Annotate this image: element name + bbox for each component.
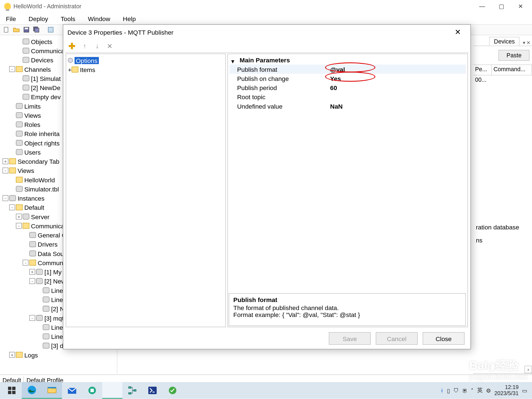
toolbar-extra-icon[interactable]: [46, 25, 55, 34]
save-all-icon[interactable]: [32, 25, 41, 34]
property-row[interactable]: Publish on changeYes: [229, 74, 466, 83]
tray-icon-2[interactable]: ⛉: [453, 387, 459, 394]
expand-icon[interactable]: -: [2, 195, 8, 201]
open-folder-icon[interactable]: [12, 25, 21, 34]
clock[interactable]: 12:19 2023/5/31: [494, 384, 518, 396]
table-icon: [43, 296, 49, 302]
table-icon: [9, 195, 16, 201]
taskbar-mail-icon[interactable]: [62, 382, 82, 399]
svg-rect-6: [8, 387, 11, 390]
folder-icon: [23, 223, 29, 229]
save-button[interactable]: Save: [329, 332, 371, 345]
table-icon: [23, 57, 29, 63]
taskbar-current-app-icon[interactable]: [102, 382, 122, 399]
tree-item-label: Roles: [24, 121, 40, 128]
property-value[interactable]: Yes: [330, 75, 466, 82]
menubar: File Deploy Tools Window Help: [0, 12, 532, 24]
menu-file[interactable]: File: [3, 14, 19, 23]
table-icon: [23, 75, 29, 81]
tray-chevron-up-icon[interactable]: ˄: [471, 387, 474, 394]
table-icon: [36, 269, 43, 275]
expand-icon[interactable]: +: [29, 269, 35, 275]
tray-network-icon[interactable]: ⚙: [486, 387, 491, 394]
svg-rect-0: [4, 27, 8, 32]
expand-icon[interactable]: +: [16, 214, 22, 219]
taskbar-powershell-icon[interactable]: [142, 382, 163, 399]
move-down-icon[interactable]: ↓: [93, 42, 102, 51]
add-icon[interactable]: ✚: [67, 42, 76, 51]
cancel-button[interactable]: Cancel: [376, 332, 418, 345]
expand-icon[interactable]: +: [9, 352, 15, 358]
property-value[interactable]: @val: [330, 66, 466, 73]
expand-icon[interactable]: +: [2, 158, 8, 164]
table-icon: [23, 48, 29, 53]
expand-items-icon[interactable]: +: [68, 66, 71, 73]
taskbar-explorer-icon[interactable]: [42, 382, 62, 399]
table-icon: [16, 121, 22, 127]
expand-icon[interactable]: -: [9, 66, 15, 72]
table-icon: [23, 94, 29, 100]
taskbar-app2-icon[interactable]: [163, 382, 183, 399]
save-icon[interactable]: [22, 25, 31, 34]
property-row[interactable]: Undefined valueNaN: [229, 101, 466, 111]
tree-item-label: Role inherita: [24, 130, 60, 137]
property-row[interactable]: Publish format@val: [229, 65, 466, 74]
col-command[interactable]: Command...: [492, 65, 532, 75]
menu-deploy[interactable]: Deploy: [26, 14, 51, 23]
info-line1: ration database: [476, 224, 530, 231]
tree-item[interactable]: +Logs: [0, 350, 117, 359]
svg-rect-17: [134, 390, 136, 391]
table-icon: [43, 287, 49, 293]
items-node[interactable]: Items: [80, 66, 95, 73]
menu-help[interactable]: Help: [120, 14, 138, 23]
svg-rect-2: [25, 28, 28, 29]
property-row[interactable]: Root topic: [229, 92, 466, 101]
delete-icon[interactable]: ✕: [105, 42, 114, 51]
expand-icon[interactable]: -: [23, 260, 29, 265]
menu-tools[interactable]: Tools: [58, 14, 78, 23]
property-value[interactable]: NaN: [330, 103, 466, 110]
tab-devices[interactable]: Devices: [489, 37, 520, 46]
table-row[interactable]: 00...: [473, 75, 532, 85]
tree-item-label: Communicat: [31, 47, 66, 54]
group-main-parameters[interactable]: Main Parameters: [229, 56, 466, 65]
table-icon: [16, 103, 22, 109]
table-icon: [16, 131, 22, 137]
tray-icon-1[interactable]: ▯: [447, 387, 450, 394]
svg-rect-11: [48, 387, 56, 388]
taskbar-edge-icon[interactable]: [22, 382, 42, 399]
taskbar-diagram-icon[interactable]: [122, 382, 142, 399]
expand-icon[interactable]: -: [9, 204, 15, 210]
app-icon: [4, 3, 11, 10]
expand-icon[interactable]: -: [29, 315, 35, 321]
notifications-icon[interactable]: ▭: [522, 387, 527, 394]
close-modal-button[interactable]: Close: [423, 332, 464, 345]
dialog-title: Device 3 Properties - MQTT Publisher: [67, 29, 173, 36]
tray-security-icon[interactable]: ⛨: [462, 387, 468, 394]
maximize-button[interactable]: ▢: [492, 0, 511, 12]
tree-item-label: Default: [24, 204, 44, 211]
bluetooth-icon[interactable]: ᚼ: [440, 387, 444, 394]
menu-window[interactable]: Window: [85, 14, 113, 23]
taskbar-app1-icon[interactable]: [82, 382, 102, 399]
dialog-tree[interactable]: Options +Items: [66, 54, 226, 327]
expand-icon[interactable]: -: [16, 223, 22, 229]
clock-date: 2023/5/31: [494, 390, 518, 397]
close-button[interactable]: ✕: [511, 0, 530, 12]
ime-indicator[interactable]: 英: [477, 387, 483, 394]
device-properties-dialog: Device 3 Properties - MQTT Publisher ✕ ✚…: [63, 24, 471, 349]
dialog-close-icon[interactable]: ✕: [449, 25, 466, 39]
new-file-icon[interactable]: [2, 25, 11, 34]
minimize-button[interactable]: —: [472, 0, 492, 12]
options-node[interactable]: Options: [75, 57, 99, 64]
tree-item-label: Channels: [24, 66, 51, 73]
property-description: Publish format The format of published c…: [229, 293, 466, 326]
expand-icon[interactable]: -: [29, 278, 35, 284]
start-button[interactable]: [2, 382, 22, 399]
col-pe[interactable]: Pe...: [473, 65, 492, 75]
expand-icon[interactable]: -: [2, 168, 8, 173]
paste-button[interactable]: Paste: [498, 50, 530, 61]
move-up-icon[interactable]: ↑: [80, 42, 89, 51]
property-row[interactable]: Publish period60: [229, 83, 466, 92]
property-value[interactable]: 60: [330, 84, 466, 91]
